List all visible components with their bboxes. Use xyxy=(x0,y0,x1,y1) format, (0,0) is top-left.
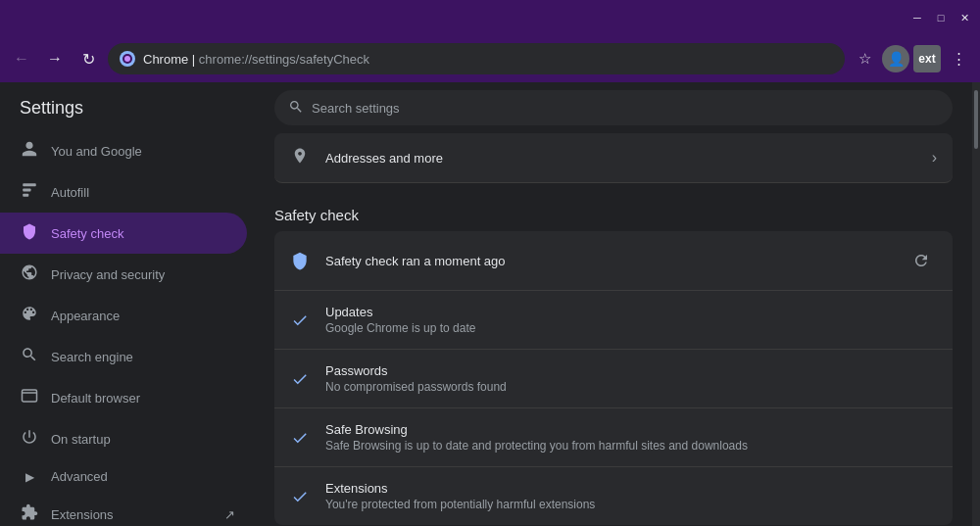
svg-rect-3 xyxy=(23,189,30,192)
safety-check-items-list: Updates Google Chrome is up to date Pass… xyxy=(274,291,953,525)
address-icon xyxy=(290,147,310,168)
sidebar-item-label: On startup xyxy=(51,432,111,447)
sidebar-item-label: Privacy and security xyxy=(51,267,165,282)
chevron-right-icon: ▶ xyxy=(20,470,39,484)
search-settings-icon xyxy=(288,99,304,118)
sidebar-title: Settings xyxy=(0,90,255,130)
bookmark-button[interactable]: ☆ xyxy=(851,45,878,72)
sidebar-item-appearance[interactable]: Appearance xyxy=(0,295,247,336)
back-button[interactable]: ← xyxy=(8,45,35,72)
shield-active-icon xyxy=(20,222,39,244)
url-display: Chrome | chrome://settings/safetyCheck xyxy=(143,52,833,67)
sidebar-item-search-engine[interactable]: Search engine xyxy=(0,336,247,377)
toolbar-icons: ☆ 👤 ext ⋮ xyxy=(851,45,972,72)
checkmark-icon xyxy=(290,428,310,448)
extensions-content: Extensions You're protected from potenti… xyxy=(325,481,937,511)
safety-check-passwords: Passwords No compromised passwords found xyxy=(274,350,953,408)
svg-rect-5 xyxy=(23,390,37,402)
sidebar-item-you-and-google[interactable]: You and Google xyxy=(0,130,247,171)
safe-browsing-subtitle: Safe Browsing is up to date and protecti… xyxy=(325,439,937,453)
checkmark-icon xyxy=(290,369,310,389)
sidebar-item-extensions[interactable]: Extensions ↗ xyxy=(0,494,255,526)
extensions-button[interactable]: ext xyxy=(913,45,941,72)
extensions-title: Extensions xyxy=(325,481,937,496)
addresses-chevron: › xyxy=(932,149,937,167)
reload-button[interactable]: ↻ xyxy=(74,45,102,72)
safe-browsing-content: Safe Browsing Safe Browsing is up to dat… xyxy=(325,422,937,453)
addresses-title: Addresses and more xyxy=(325,151,916,166)
sidebar-item-default-browser[interactable]: Default browser xyxy=(0,377,247,418)
extensions-nav-label: Extensions xyxy=(51,507,114,522)
sidebar-item-autofill[interactable]: Autofill xyxy=(0,171,247,213)
sidebar-item-label: Appearance xyxy=(51,309,120,323)
updates-title: Updates xyxy=(325,305,937,319)
url-path: chrome://settings/safetyCheck xyxy=(199,52,369,67)
titlebar: ─ □ ✕ xyxy=(0,0,980,35)
minimize-button[interactable]: ─ xyxy=(909,10,925,25)
addresses-item-content: Addresses and more xyxy=(325,151,916,166)
sidebar-item-label: Default browser xyxy=(51,391,140,406)
address-bar[interactable]: Chrome | chrome://settings/safetyCheck xyxy=(108,43,845,74)
url-separator: | xyxy=(188,52,199,67)
checkmark-icon xyxy=(290,311,310,330)
safety-check-safe-browsing: Safe Browsing Safe Browsing is up to dat… xyxy=(274,408,953,467)
menu-button[interactable]: ⋮ xyxy=(945,45,972,72)
person-icon xyxy=(20,140,39,162)
power-icon xyxy=(20,428,39,450)
svg-point-1 xyxy=(124,56,130,62)
passwords-title: Passwords xyxy=(325,363,937,378)
profile-button[interactable]: 👤 xyxy=(882,45,909,72)
browser-toolbar: ← → ↻ Chrome | chrome://settings/safetyC… xyxy=(0,35,980,82)
search-settings-input[interactable] xyxy=(312,101,939,116)
updates-content: Updates Google Chrome is up to date xyxy=(325,305,937,335)
scroll-thumb[interactable] xyxy=(974,90,978,149)
close-button[interactable]: ✕ xyxy=(956,10,972,25)
url-domain: Chrome xyxy=(143,52,188,67)
globe-icon xyxy=(20,263,39,285)
safety-check-extensions: Extensions You're protected from potenti… xyxy=(274,467,953,525)
sidebar: Settings You and Google Autofill Safety … xyxy=(0,82,255,526)
forward-button[interactable]: → xyxy=(41,45,69,72)
svg-rect-4 xyxy=(23,194,28,197)
passwords-subtitle: No compromised passwords found xyxy=(325,380,937,394)
autofill-icon xyxy=(20,181,39,203)
sidebar-item-label: Autofill xyxy=(51,185,89,200)
safety-check-refresh-button[interactable] xyxy=(906,245,937,276)
scroll-indicator xyxy=(972,82,980,526)
maximize-button[interactable]: □ xyxy=(933,10,949,25)
safe-browsing-title: Safe Browsing xyxy=(325,422,937,437)
sidebar-item-privacy-security[interactable]: Privacy and security xyxy=(0,254,247,295)
search-icon xyxy=(20,346,39,367)
main-layout: Settings You and Google Autofill Safety … xyxy=(0,82,980,526)
site-icon xyxy=(120,51,135,67)
sidebar-item-label: You and Google xyxy=(51,144,142,159)
sidebar-item-label: Search engine xyxy=(51,350,133,364)
external-link-icon: ↗ xyxy=(224,507,235,522)
appearance-icon xyxy=(20,305,39,326)
safety-check-header: Safety check xyxy=(274,191,953,231)
checkmark-icon xyxy=(290,487,310,506)
sidebar-item-on-startup[interactable]: On startup xyxy=(0,418,247,459)
content-area: Addresses and more › Safety check Safety… xyxy=(255,82,972,526)
safety-check-status-text: Safety check ran a moment ago xyxy=(325,254,506,268)
sidebar-item-safety-check[interactable]: Safety check xyxy=(0,213,247,254)
updates-subtitle: Google Chrome is up to date xyxy=(325,321,937,335)
safety-check-updates: Updates Google Chrome is up to date xyxy=(274,291,953,350)
safety-check-status-row: Safety check ran a moment ago xyxy=(274,231,953,291)
shield-status-icon xyxy=(290,251,310,270)
extensions-subtitle: You're protected from potentially harmfu… xyxy=(325,498,937,511)
advanced-label: Advanced xyxy=(51,469,108,484)
browser-icon xyxy=(20,387,39,408)
passwords-content: Passwords No compromised passwords found xyxy=(325,363,937,394)
addresses-and-more-item[interactable]: Addresses and more › xyxy=(274,133,953,183)
extensions-nav-icon xyxy=(20,503,39,525)
sidebar-item-label: Safety check xyxy=(51,226,123,241)
svg-rect-2 xyxy=(23,183,36,186)
sidebar-advanced-section[interactable]: ▶ Advanced xyxy=(0,459,255,494)
search-settings-bar[interactable] xyxy=(274,90,953,125)
